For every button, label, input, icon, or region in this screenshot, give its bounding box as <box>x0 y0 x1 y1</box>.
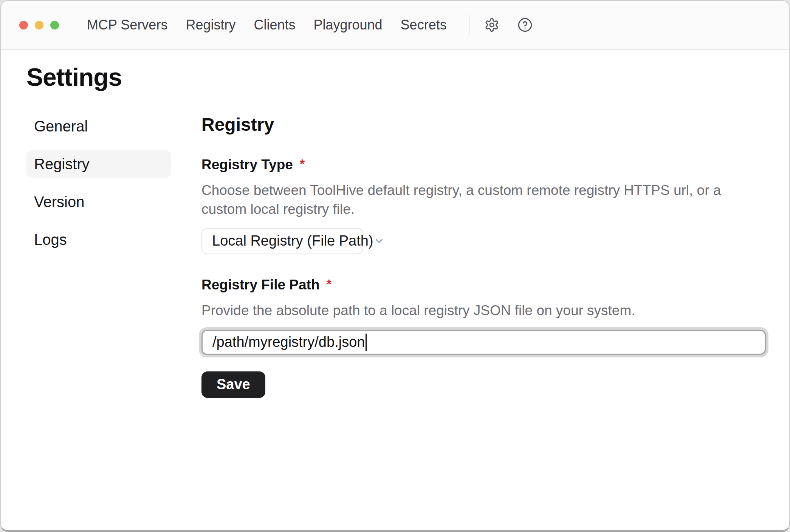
top-navigation: MCP Servers Registry Clients Playground … <box>87 17 447 33</box>
settings-sidebar: General Registry Version Logs <box>26 113 171 398</box>
sidebar-item-version[interactable]: Version <box>26 188 171 215</box>
text-cursor <box>366 334 367 351</box>
registry-file-path-input[interactable]: /path/myregistry/db.json <box>201 330 766 355</box>
window-close-button[interactable] <box>19 21 28 29</box>
required-asterisk: * <box>300 157 305 171</box>
registry-type-selected-value: Local Registry (File Path) <box>212 233 373 249</box>
topbar-icon-group <box>481 14 536 36</box>
chevron-down-icon <box>373 235 385 247</box>
registry-type-field-group: Registry Type * Choose between ToolHive … <box>201 157 766 254</box>
required-asterisk: * <box>327 277 331 291</box>
sidebar-item-general[interactable]: General <box>26 113 171 140</box>
titlebar: MCP Servers Registry Clients Playground … <box>1 1 789 50</box>
nav-item-playground[interactable]: Playground <box>313 17 382 33</box>
sidebar-item-registry[interactable]: Registry <box>26 150 171 178</box>
window-minimize-button[interactable] <box>35 21 43 29</box>
nav-item-clients[interactable]: Clients <box>254 17 295 33</box>
nav-item-secrets[interactable]: Secrets <box>401 17 447 33</box>
help-circle-icon[interactable] <box>514 14 536 36</box>
section-heading: Registry <box>201 114 766 135</box>
app-window: MCP Servers Registry Clients Playground … <box>0 0 790 532</box>
topbar-divider <box>469 14 469 36</box>
sidebar-item-logs[interactable]: Logs <box>26 226 171 253</box>
page-title: Settings <box>26 63 764 91</box>
registry-file-path-value: /path/myregistry/db.json <box>212 334 365 350</box>
registry-file-path-description: Provide the absolute path to a local reg… <box>201 301 766 320</box>
save-button[interactable]: Save <box>201 371 265 398</box>
registry-type-label: Registry Type <box>201 157 293 173</box>
window-maximize-button[interactable] <box>50 21 59 29</box>
settings-gear-icon[interactable] <box>481 14 503 36</box>
registry-type-description: Choose between ToolHive default registry… <box>201 181 766 219</box>
settings-page: Settings General Registry Version Logs R… <box>1 50 789 530</box>
nav-item-registry[interactable]: Registry <box>186 17 235 33</box>
traffic-lights <box>19 21 59 29</box>
registry-settings-panel: Registry Registry Type * Choose between … <box>201 113 766 398</box>
registry-file-path-label: Registry File Path <box>201 277 320 293</box>
registry-file-path-field-group: Registry File Path * Provide the absolut… <box>201 277 766 355</box>
nav-item-mcp-servers[interactable]: MCP Servers <box>87 17 167 33</box>
registry-type-select[interactable]: Local Registry (File Path) <box>201 228 363 254</box>
